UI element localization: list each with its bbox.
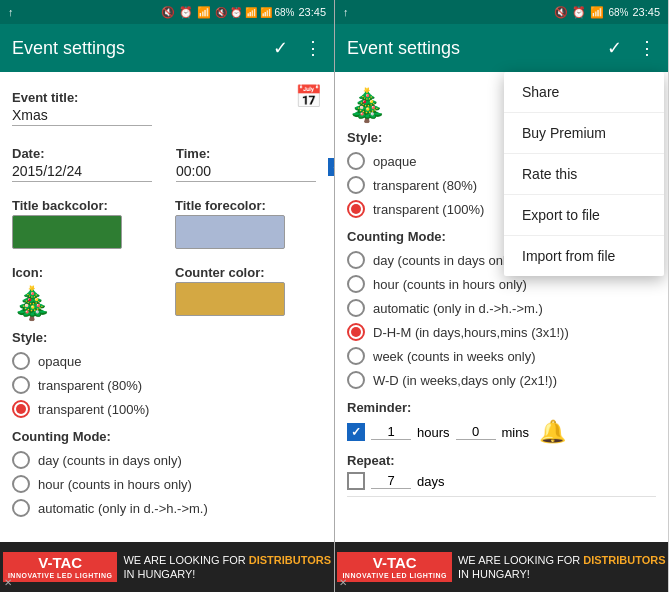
- count-wd-right[interactable]: W-D (in weeks,days only (2x1!)): [347, 368, 656, 392]
- menu-rate-this[interactable]: Rate this: [504, 154, 664, 195]
- title-backcolor-label: Title backcolor:: [12, 198, 159, 213]
- menu-share[interactable]: Share: [504, 72, 664, 113]
- count-day-left[interactable]: day (counts in days only): [12, 448, 322, 472]
- count-auto-left[interactable]: automatic (only in d.->h.->m.): [12, 496, 322, 520]
- ad-content-right: V-TAC INNOVATIVE LED LIGHTING WE ARE LOO…: [337, 552, 665, 582]
- radio-opaque-label-right: opaque: [373, 154, 416, 169]
- counting-mode-group-left: day (counts in days only) hour (counts i…: [12, 448, 322, 520]
- count-week-right[interactable]: week (counts in weeks only): [347, 344, 656, 368]
- icon-section: Icon: 🎄: [12, 257, 159, 322]
- menu-import[interactable]: Import from file: [504, 236, 664, 276]
- reminder-hours-label: hours: [417, 425, 450, 440]
- alarm-icon-right: ⏰: [572, 6, 586, 19]
- toolbar-title-right: Event settings: [347, 38, 607, 59]
- status-bar-right: ↑ 🔇 ⏰ 📶 68% 23:45: [335, 0, 668, 24]
- time-label: Time:: [176, 146, 316, 161]
- radio-hour-right[interactable]: [347, 275, 365, 293]
- radio-wd-right[interactable]: [347, 371, 365, 389]
- title-backcolor-swatch[interactable]: [12, 215, 122, 249]
- signal-icon-right: ↑: [343, 6, 349, 18]
- style-transparent80-left[interactable]: transparent (80%): [12, 373, 322, 397]
- counter-color-label: Counter color:: [175, 265, 322, 280]
- reminder-mins-label: mins: [502, 425, 529, 440]
- status-bar-right-right-icons: 🔇 ⏰ 📶 68% 23:45: [554, 6, 660, 19]
- radio-transparent80-left[interactable]: [12, 376, 30, 394]
- repeat-unit: days: [417, 474, 444, 489]
- ad-text1-left: WE ARE LOOKING FOR: [123, 554, 245, 566]
- radio-transparent100-label-right: transparent (100%): [373, 202, 484, 217]
- radio-hour-label-right: hour (counts in hours only): [373, 277, 527, 292]
- event-title-section: Event title: Xmas: [12, 82, 152, 126]
- mute-icon-right: 🔇: [554, 6, 568, 19]
- ad-text3-right: IN HUNGARY!: [458, 568, 530, 580]
- style-transparent100-left[interactable]: transparent (100%): [12, 397, 322, 421]
- radio-opaque-right[interactable]: [347, 152, 365, 170]
- status-bar-left-icons: ↑: [8, 6, 14, 18]
- vtac-text-right: V-TAC: [373, 554, 417, 572]
- repeat-section: 7 days: [347, 472, 656, 490]
- radio-transparent80-right[interactable]: [347, 176, 365, 194]
- counter-color-section: Counter color:: [175, 257, 322, 316]
- radio-hour-left[interactable]: [12, 475, 30, 493]
- battery-text: 🔇 ⏰ 📶 📶 68%: [215, 7, 294, 18]
- radio-day-left[interactable]: [12, 451, 30, 469]
- clock-time-left: 23:45: [298, 6, 326, 18]
- more-icon-left[interactable]: ⋮: [304, 37, 322, 59]
- bell-icon: 🔔: [539, 419, 566, 445]
- menu-buy-premium[interactable]: Buy Premium: [504, 113, 664, 154]
- counter-color-swatch[interactable]: [175, 282, 285, 316]
- radio-opaque-left[interactable]: [12, 352, 30, 370]
- reminder-hours-input[interactable]: 1: [371, 424, 411, 440]
- radio-transparent100-right[interactable]: [347, 200, 365, 218]
- count-hour-left[interactable]: hour (counts in hours only): [12, 472, 322, 496]
- reminder-checkbox[interactable]: [347, 423, 365, 441]
- style-radio-group-left: opaque transparent (80%) transparent (10…: [12, 349, 322, 421]
- menu-export[interactable]: Export to file: [504, 195, 664, 236]
- radio-transparent100-label-left: transparent (100%): [38, 402, 149, 417]
- radio-transparent80-label-right: transparent (80%): [373, 178, 477, 193]
- style-opaque-left[interactable]: opaque: [12, 349, 322, 373]
- check-icon-right[interactable]: ✓: [607, 37, 622, 59]
- status-bar-left: ↑ 🔇 ⏰ 📶 🔇 ⏰ 📶 📶 68% 23:45: [0, 0, 334, 24]
- title-forecolor-swatch[interactable]: [175, 215, 285, 249]
- toolbar-title-left: Event settings: [12, 38, 273, 59]
- radio-auto-label-right: automatic (only in d.->h.->m.): [373, 301, 543, 316]
- count-auto-right[interactable]: automatic (only in d.->h.->m.): [347, 296, 656, 320]
- ad-text2-right: DISTRIBUTORS: [583, 554, 665, 566]
- radio-transparent100-left[interactable]: [12, 400, 30, 418]
- radio-day-right[interactable]: [347, 251, 365, 269]
- check-icon-left[interactable]: ✓: [273, 37, 288, 59]
- event-title-value[interactable]: Xmas: [12, 107, 152, 126]
- ad-banner-right: V-TAC INNOVATIVE LED LIGHTING WE ARE LOO…: [335, 542, 668, 592]
- more-icon-right[interactable]: ⋮: [638, 37, 656, 59]
- close-ad-right[interactable]: ✕: [339, 577, 347, 588]
- close-ad-left[interactable]: ✕: [4, 577, 12, 588]
- count-dhm-right[interactable]: D-H-M (in days,hours,mins (3x1!)): [347, 320, 656, 344]
- time-value[interactable]: 00:00: [176, 163, 316, 182]
- toolbar-icons-left: ✓ ⋮: [273, 37, 322, 59]
- radio-auto-left[interactable]: [12, 499, 30, 517]
- style-label-left: Style:: [12, 330, 322, 345]
- wifi-icon-right: 📶: [590, 6, 604, 19]
- left-panel: ↑ 🔇 ⏰ 📶 🔇 ⏰ 📶 📶 68% 23:45 Event settings…: [0, 0, 334, 592]
- radio-week-right[interactable]: [347, 347, 365, 365]
- toolbar-right: Event settings ✓ ⋮: [335, 24, 668, 72]
- radio-dhm-right[interactable]: [347, 323, 365, 341]
- status-bar-right-icons: 🔇 ⏰ 📶 🔇 ⏰ 📶 📶 68% 23:45: [161, 6, 326, 19]
- repeat-value-input[interactable]: 7: [371, 473, 411, 489]
- reminder-mins-input[interactable]: 0: [456, 424, 496, 440]
- radio-day-label-left: day (counts in days only): [38, 453, 182, 468]
- clock-time-right: 23:45: [632, 6, 660, 18]
- radio-auto-right[interactable]: [347, 299, 365, 317]
- time-block: Time: 00:00: [176, 138, 316, 182]
- date-value[interactable]: 2015/12/24: [12, 163, 152, 182]
- icon-emoji[interactable]: 🎄: [12, 284, 159, 322]
- icon-label: Icon:: [12, 265, 159, 280]
- status-bar-right-left-icons: ↑: [343, 6, 349, 18]
- calendar-icon[interactable]: 📅: [295, 84, 322, 110]
- ad-text-right: WE ARE LOOKING FOR DISTRIBUTORS IN HUNGA…: [458, 553, 666, 582]
- repeat-checkbox[interactable]: [347, 472, 365, 490]
- repeat-label: Repeat:: [347, 453, 656, 468]
- title-forecolor-label: Title forecolor:: [175, 198, 322, 213]
- toolbar-icons-right: ✓ ⋮: [607, 37, 656, 59]
